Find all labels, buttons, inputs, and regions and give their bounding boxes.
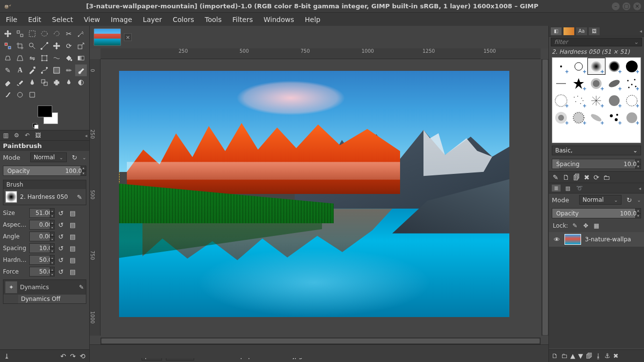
spacing-input[interactable]: 10.0▴▾ [29,243,55,253]
tool-move2[interactable] [51,40,62,52]
size-input[interactable]: 51.00▴▾ [29,208,55,218]
tool-ink[interactable] [26,77,38,88]
layer-mode-select[interactable]: Normal ⌄ [579,195,622,205]
mode-extra-chevron[interactable]: ⌄ [637,197,641,203]
brush-cell[interactable]: + [605,75,623,92]
aspect-reset-button[interactable]: ↺ [56,220,66,230]
image-tab-close-button[interactable]: × [124,33,132,41]
brush-cell[interactable]: + [552,109,570,126]
brush-cell[interactable]: + [570,109,587,126]
spacing-menu-button[interactable]: ▤ [67,243,78,253]
history-tab-icon[interactable]: 🖼 [589,27,600,35]
brush-cell[interactable]: + [623,58,641,75]
restore-tool-preset-button[interactable]: ↶ [60,352,66,360]
brush-cell[interactable]: + [605,92,623,109]
tool-flip[interactable]: ⇋ [26,52,38,64]
tool-dodge[interactable] [75,77,87,88]
brush-preset-select[interactable]: Basic, ⌄ [552,146,641,155]
menu-help[interactable]: Help [300,14,325,25]
brush-cell[interactable]: + [587,92,605,109]
mode-swap-button[interactable]: ↻ [70,153,80,162]
tool-align[interactable] [14,28,26,40]
refresh-brushes-button[interactable]: ⟳ [593,173,599,181]
menu-file[interactable]: File [1,14,22,25]
brush-thumb[interactable] [5,191,17,203]
fonts-tab-icon[interactable]: Aa [576,27,587,35]
undo-history-tab-icon[interactable]: ↶ [23,131,31,139]
menu-windows[interactable]: Windows [259,14,299,25]
tool-ellipse-select[interactable] [39,28,50,40]
spacing-reset-button[interactable]: ↺ [56,243,66,253]
patterns-tab-icon[interactable] [564,27,574,35]
lock-pixels-icon[interactable]: ✎ [571,222,579,230]
tool-shear[interactable] [2,52,14,64]
tool-pencil2[interactable]: ✏ [63,64,75,76]
aspect-menu-button[interactable]: ▤ [67,220,78,230]
lock-position-icon[interactable]: ✥ [582,222,589,230]
layer-list[interactable]: 👁 3-nature-wallpa [549,232,644,348]
tool-rotate[interactable]: ⟳ [63,40,75,52]
tool-airbrush[interactable] [14,77,26,88]
lock-alpha-icon[interactable]: ▦ [592,222,600,230]
brush-cell[interactable]: + [623,109,641,126]
duplicate-brush-button[interactable]: 🗐 [573,173,580,181]
menu-layer[interactable]: Layer [138,14,167,25]
menu-select[interactable]: Select [47,14,78,25]
new-brush-button[interactable]: 🗋 [563,173,569,181]
open-as-image-button[interactable]: 🗀 [603,173,610,181]
vertical-ruler[interactable]: 0 250 500 750 1000 [90,59,101,336]
hardness-input[interactable]: 50.0▴▾ [29,255,55,265]
layers-tab-icon[interactable]: ≣ [552,185,561,192]
dynamics-value[interactable]: Dynamics Off [18,295,86,303]
brush-cell[interactable]: + [570,92,587,109]
vertical-scrollbar[interactable] [542,59,548,336]
dynamics-edit-button[interactable]: ✎ [79,284,84,291]
images-tab-icon[interactable]: 🖼 [34,131,42,139]
layer-opacity-slider[interactable]: Opacity 100.0 ▴▾ [552,208,641,218]
foreground-color[interactable] [38,106,52,117]
window-maximize-button[interactable]: ▢ [623,2,630,10]
tool-rect-select[interactable] [26,28,38,40]
tool-smudge[interactable] [2,89,14,101]
layer-thumbnail[interactable] [564,234,581,245]
image-canvas[interactable] [119,71,509,317]
tool-cage[interactable] [39,52,50,64]
tool-scissors[interactable]: ✂ [63,28,75,40]
tool-heal[interactable] [51,77,62,88]
layer-row[interactable]: 👁 3-nature-wallpa [549,232,644,247]
opacity-slider[interactable]: Opacity 100.0 ▴▾ [3,166,86,176]
paint-mode-select[interactable]: Normal ⌄ [30,152,67,162]
hardness-menu-button[interactable]: ▤ [67,255,78,265]
menu-edit[interactable]: Edit [23,14,46,25]
new-layer-button[interactable]: 🗋 [552,352,558,360]
tool-fuzzy-select[interactable] [75,28,87,40]
mode-extra-chevron[interactable]: ⌄ [82,155,86,160]
brush-grid[interactable]: + + + + + + + + + + + + + + + + + + + [552,57,641,143]
angle-menu-button[interactable]: ▤ [67,232,78,241]
dynamics-icon[interactable]: ✦ [5,281,17,293]
horizontal-scrollbar[interactable] [101,338,541,344]
channels-tab-icon[interactable]: ▥ [564,185,572,192]
force-reset-button[interactable]: ↺ [56,267,66,277]
layer-visibility-icon[interactable]: 👁 [553,236,561,243]
tool-move[interactable] [2,28,14,40]
lower-layer-button[interactable]: ▼ [578,352,583,360]
tool-blur[interactable] [63,77,75,88]
brush-cell[interactable]: + [552,58,570,75]
delete-tool-preset-button[interactable]: ↷ [70,352,76,360]
tool-paintbrush[interactable] [75,64,87,76]
dock-menu-icon[interactable]: ◂ [85,133,87,138]
window-close-button[interactable]: × [633,2,641,10]
dock-menu-icon[interactable]: ◂ [639,186,641,191]
tool-perspective[interactable] [14,52,26,64]
image-tab[interactable] [94,28,121,46]
size-reset-button[interactable]: ↺ [56,208,66,218]
tool-pencil[interactable]: ✎ [2,64,14,76]
tool-eraser[interactable] [2,77,14,88]
duplicate-layer-button[interactable]: 🗐 [586,352,592,360]
aspect-input[interactable]: 0.00▴▾ [29,220,55,230]
tool-extra2[interactable] [26,89,38,101]
tool-warp[interactable] [51,52,62,64]
brush-cell[interactable]: + [587,75,605,92]
tool-free-select[interactable] [51,28,62,40]
